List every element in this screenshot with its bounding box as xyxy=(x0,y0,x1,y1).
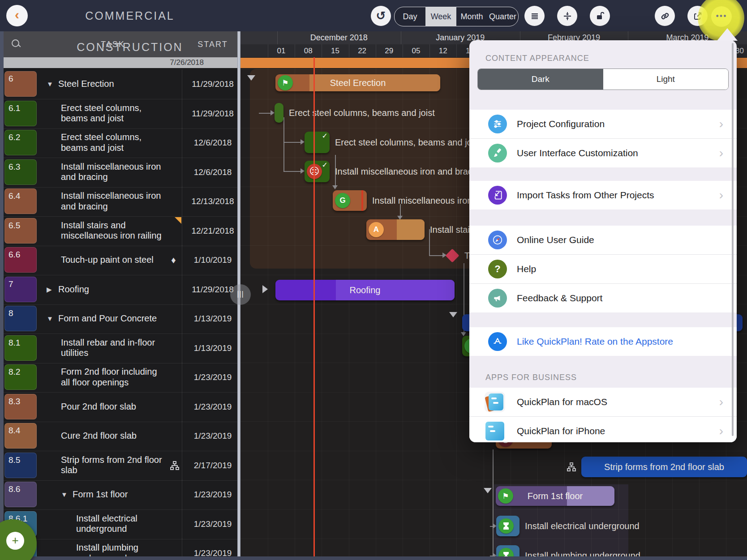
compass-icon xyxy=(488,231,507,249)
collapse-triangle-icon[interactable] xyxy=(484,488,492,493)
table-row-6.5[interactable]: 6.5Install stairs and miscellaneous iron… xyxy=(4,216,237,246)
collapse-triangle-icon[interactable]: ▼ xyxy=(47,69,53,99)
menu-item-project-configuration[interactable]: Project Configuration› xyxy=(469,110,737,138)
menu-item-quickplan-for-iphone[interactable]: QuickPlan for iPhone› xyxy=(469,416,737,442)
task-id-chip[interactable]: 8.3 xyxy=(4,394,37,419)
collapse-triangle-icon[interactable]: ▼ xyxy=(47,304,53,333)
view-mode-segmented-control: DayWeekMonthQuarter xyxy=(394,7,519,26)
popover-scrollbar[interactable] xyxy=(732,43,734,436)
fit-rows-button[interactable] xyxy=(557,6,577,26)
week-label: 05 xyxy=(412,44,421,57)
task-id-chip[interactable]: 8.2 xyxy=(4,364,37,390)
gantt-bar-6.5[interactable]: A xyxy=(366,219,425,240)
view-mode-week[interactable]: Week xyxy=(425,7,456,26)
collapse-triangle-icon[interactable] xyxy=(449,312,457,317)
table-row-8.6[interactable]: 8.6▼Form 1st floor1/23/2019 xyxy=(4,480,237,510)
table-row-6.3[interactable]: 6.3Install miscellaneous iron and bracin… xyxy=(4,158,237,188)
task-start-date: 1/23/2019 xyxy=(185,392,237,422)
splitter-drag-handle[interactable]: ||| xyxy=(230,284,251,305)
gantt-bar-6.1[interactable] xyxy=(275,103,283,123)
bar-label: Install miscellaneous iron and bracing xyxy=(335,167,485,177)
gantt-bar-8.6.1[interactable] xyxy=(496,516,519,536)
bar-label: Erect steel columns, beams and joist xyxy=(289,108,435,118)
menu-item-online-user-guide[interactable]: Online User Guide xyxy=(469,226,737,254)
back-button[interactable]: ‹ xyxy=(6,5,28,26)
task-id-chip[interactable]: 6.1 xyxy=(4,101,37,126)
task-id-chip[interactable]: 8.4 xyxy=(4,423,37,449)
menu-item-like-quickplan-rate-on-the-appstore[interactable]: Like QuickPlan! Rate on the Appstore xyxy=(469,327,737,356)
menu-item-import-tasks-from-other-projects[interactable]: Import Tasks from Other Projects› xyxy=(469,181,737,209)
expand-triangle-icon[interactable] xyxy=(262,285,268,293)
week-label: 08 xyxy=(304,44,313,57)
settings-popover: CONTENT APPEARANCE Dark Light Project Co… xyxy=(469,40,737,442)
task-id-chip[interactable]: 8.6 xyxy=(4,482,37,507)
task-id-chip[interactable]: 8 xyxy=(4,306,37,331)
table-row-6.4[interactable]: 6.4Install miscellaneous iron and bracin… xyxy=(4,187,237,217)
task-id-chip[interactable]: 8.1 xyxy=(4,335,37,361)
collapse-triangle-icon[interactable] xyxy=(247,75,255,81)
expand-triangle-icon[interactable]: ▶ xyxy=(47,275,52,304)
task-id-chip[interactable]: 6.2 xyxy=(4,130,37,155)
project-title: COMMERCIAL CONSTRUCTION xyxy=(54,0,206,31)
view-mode-month[interactable]: Month xyxy=(456,7,487,26)
gantt-bar-6.3[interactable]: ☹✓ xyxy=(305,161,330,182)
link-button[interactable] xyxy=(655,6,675,26)
table-row-8.1[interactable]: 8.1Install rebar and in-floor utilities1… xyxy=(4,333,237,363)
task-name: Roofing xyxy=(58,284,165,295)
appearance-light-option[interactable]: Light xyxy=(603,69,729,90)
table-row-6.6[interactable]: 6.6Touch-up paint on steel♦1/10/2019 xyxy=(4,245,237,275)
view-mode-quarter[interactable]: Quarter xyxy=(487,7,518,26)
note-marker-icon xyxy=(175,217,181,224)
gantt-bar-6.2[interactable]: ✓ xyxy=(305,132,330,153)
menu-item-label: Online User Guide xyxy=(517,235,594,245)
justify-lines-button[interactable] xyxy=(524,6,545,26)
chevron-right-icon: › xyxy=(719,181,723,209)
dependency-line xyxy=(493,449,494,556)
week-label: 15 xyxy=(331,44,339,57)
task-id-chip[interactable]: 6.4 xyxy=(4,188,37,214)
table-row-8.2[interactable]: 8.2Form 2nd floor including all floor op… xyxy=(4,363,237,393)
unlock-button[interactable] xyxy=(590,6,610,26)
collapse-triangle-icon[interactable]: ▼ xyxy=(61,480,68,509)
menu-item-user-interface-customization[interactable]: User Interface Customization› xyxy=(469,138,737,167)
table-row-6.1[interactable]: 6.1Erect steel columns, beams and joist1… xyxy=(4,99,237,129)
g-badge-icon: G xyxy=(335,193,350,208)
gantt-bar-6.4[interactable]: G xyxy=(333,190,367,211)
undo-button[interactable]: ↺ xyxy=(371,6,391,26)
apps-for-business-header: APPS FOR BUSINESS xyxy=(485,373,577,382)
chevron-right-icon: › xyxy=(719,110,723,138)
chevron-right-icon: › xyxy=(719,417,723,442)
task-name: Erect steel columns, beams and joist xyxy=(61,103,165,124)
task-name: Touch-up paint on steel xyxy=(61,255,165,265)
task-name: Install stairs and miscellaneous iron ra… xyxy=(61,220,165,241)
table-row-7[interactable]: 7▶Roofing11/29/2018 xyxy=(4,275,237,305)
task-id-chip[interactable]: 6.5 xyxy=(4,218,37,244)
table-row-6[interactable]: 6▼Steel Erection11/29/2018 xyxy=(4,69,237,99)
dependency-arrow xyxy=(301,139,305,145)
left-edge-strip xyxy=(0,31,4,560)
week-label: 22 xyxy=(358,44,366,57)
dependency-arrow xyxy=(301,168,305,174)
table-row-6.2[interactable]: 6.2Erect steel columns, beams and joist1… xyxy=(4,128,237,158)
task-id-chip[interactable]: 7 xyxy=(4,277,37,302)
table-row-8[interactable]: 8▼Form and Pour Concrete1/13/2019 xyxy=(4,304,237,334)
table-row-8.6.1[interactable]: 8.6.1Install electrical underground1/23/… xyxy=(4,509,237,539)
task-name: Install miscellaneous iron and bracing xyxy=(61,162,165,183)
menu-item-help[interactable]: ?Help xyxy=(469,254,737,283)
table-row-8.4[interactable]: 8.4Cure 2nd floor slab1/23/2019 xyxy=(4,421,237,451)
task-start-date: 1/10/2019 xyxy=(185,245,237,275)
table-row-8.3[interactable]: 8.3Pour 2nd floor slab1/23/2019 xyxy=(4,392,237,422)
menu-item-label: Like QuickPlan! Rate on the Appstore xyxy=(517,336,673,347)
table-row-8.5[interactable]: 8.5Strip forms from 2nd floor slab2/17/2… xyxy=(4,451,237,481)
view-mode-day[interactable]: Day xyxy=(395,7,425,26)
task-id-chip[interactable]: 6.6 xyxy=(4,247,37,273)
task-id-chip[interactable]: 6.3 xyxy=(4,159,37,185)
task-id-chip[interactable]: 8.5 xyxy=(4,453,37,478)
menu-item-feedback-support[interactable]: Feedback & Support xyxy=(469,283,737,312)
task-id-chip[interactable]: 6 xyxy=(4,71,37,97)
appearance-dark-option[interactable]: Dark xyxy=(478,69,603,90)
menu-item-quickplan-for-macos[interactable]: QuickPlan for macOS› xyxy=(469,388,737,416)
fit-rows-icon xyxy=(562,11,573,21)
popover-arrow xyxy=(717,28,738,41)
search-icon[interactable] xyxy=(12,39,21,48)
